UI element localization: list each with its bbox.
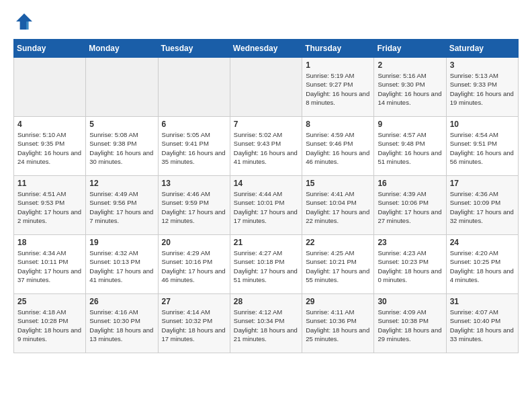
calendar-cell: 16Sunrise: 4:39 AM Sunset: 10:06 PM Dayl…: [374, 176, 446, 235]
day-number: 27: [162, 297, 226, 306]
calendar-cell: [86, 58, 158, 117]
calendar-cell: 29Sunrise: 4:11 AM Sunset: 10:36 PM Dayl…: [302, 294, 374, 353]
page-header: [13, 11, 519, 32]
header-wednesday: Wednesday: [230, 40, 302, 58]
calendar-cell: 11Sunrise: 4:51 AM Sunset: 9:53 PM Dayli…: [14, 176, 86, 235]
calendar-cell: 15Sunrise: 4:41 AM Sunset: 10:04 PM Dayl…: [302, 176, 374, 235]
svg-marker-0: [16, 13, 32, 30]
day-info: Sunrise: 5:10 AM Sunset: 9:35 PM Dayligh…: [17, 130, 82, 166]
calendar-table: SundayMondayTuesdayWednesdayThursdayFrid…: [13, 39, 519, 353]
day-number: 18: [17, 238, 82, 247]
calendar-cell: 10Sunrise: 4:54 AM Sunset: 9:51 PM Dayli…: [446, 117, 518, 176]
day-info: Sunrise: 4:34 AM Sunset: 10:11 PM Daylig…: [17, 248, 82, 284]
day-number: 22: [306, 238, 370, 247]
day-number: 10: [450, 120, 515, 129]
day-number: 9: [378, 120, 442, 129]
header-saturday: Saturday: [446, 40, 518, 58]
day-info: Sunrise: 4:29 AM Sunset: 10:16 PM Daylig…: [162, 248, 226, 284]
day-info: Sunrise: 4:57 AM Sunset: 9:48 PM Dayligh…: [378, 130, 442, 166]
day-info: Sunrise: 4:39 AM Sunset: 10:06 PM Daylig…: [378, 189, 442, 225]
calendar-cell: 17Sunrise: 4:36 AM Sunset: 10:09 PM Dayl…: [446, 176, 518, 235]
calendar-cell: 9Sunrise: 4:57 AM Sunset: 9:48 PM Daylig…: [374, 117, 446, 176]
calendar-cell: 25Sunrise: 4:18 AM Sunset: 10:28 PM Dayl…: [14, 294, 86, 353]
day-number: 8: [306, 120, 370, 129]
header-friday: Friday: [374, 40, 446, 58]
day-info: Sunrise: 5:08 AM Sunset: 9:38 PM Dayligh…: [89, 130, 154, 166]
calendar-cell: 3Sunrise: 5:13 AM Sunset: 9:33 PM Daylig…: [446, 58, 518, 117]
calendar-cell: 28Sunrise: 4:12 AM Sunset: 10:34 PM Dayl…: [230, 294, 302, 353]
day-number: 2: [378, 60, 442, 70]
calendar-week-2: 4Sunrise: 5:10 AM Sunset: 9:35 PM Daylig…: [14, 117, 519, 176]
day-number: 24: [450, 238, 515, 247]
calendar-cell: 4Sunrise: 5:10 AM Sunset: 9:35 PM Daylig…: [14, 117, 86, 176]
day-number: 6: [162, 120, 226, 129]
day-number: 25: [17, 297, 82, 306]
day-info: Sunrise: 4:46 AM Sunset: 9:59 PM Dayligh…: [162, 189, 226, 225]
header-thursday: Thursday: [302, 40, 374, 58]
day-info: Sunrise: 4:23 AM Sunset: 10:23 PM Daylig…: [378, 248, 442, 284]
day-info: Sunrise: 5:02 AM Sunset: 9:43 PM Dayligh…: [234, 130, 298, 166]
day-info: Sunrise: 4:44 AM Sunset: 10:01 PM Daylig…: [234, 189, 298, 225]
calendar-cell: [230, 58, 302, 117]
calendar-week-3: 11Sunrise: 4:51 AM Sunset: 9:53 PM Dayli…: [14, 176, 519, 235]
day-number: 17: [450, 179, 515, 188]
calendar-week-1: 1Sunrise: 5:19 AM Sunset: 9:27 PM Daylig…: [14, 58, 519, 117]
day-number: 31: [450, 297, 515, 306]
day-number: 14: [234, 179, 298, 188]
calendar-cell: 5Sunrise: 5:08 AM Sunset: 9:38 PM Daylig…: [86, 117, 158, 176]
day-number: 26: [89, 297, 154, 306]
day-number: 11: [17, 179, 82, 188]
day-info: Sunrise: 4:18 AM Sunset: 10:28 PM Daylig…: [17, 308, 82, 343]
day-info: Sunrise: 4:36 AM Sunset: 10:09 PM Daylig…: [450, 189, 515, 225]
calendar-cell: 21Sunrise: 4:27 AM Sunset: 10:18 PM Dayl…: [230, 235, 302, 294]
day-info: Sunrise: 4:09 AM Sunset: 10:38 PM Daylig…: [378, 308, 442, 343]
day-info: Sunrise: 4:32 AM Sunset: 10:13 PM Daylig…: [89, 248, 154, 284]
day-number: 3: [450, 60, 515, 70]
calendar-cell: 6Sunrise: 5:05 AM Sunset: 9:41 PM Daylig…: [158, 117, 230, 176]
calendar-cell: 12Sunrise: 4:49 AM Sunset: 9:56 PM Dayli…: [86, 176, 158, 235]
calendar-week-4: 18Sunrise: 4:34 AM Sunset: 10:11 PM Dayl…: [14, 235, 519, 294]
day-number: 23: [378, 238, 442, 247]
day-info: Sunrise: 5:13 AM Sunset: 9:33 PM Dayligh…: [450, 71, 515, 107]
calendar-header-row: SundayMondayTuesdayWednesdayThursdayFrid…: [14, 40, 519, 58]
day-number: 16: [378, 179, 442, 188]
calendar-cell: 19Sunrise: 4:32 AM Sunset: 10:13 PM Dayl…: [86, 235, 158, 294]
day-number: 28: [234, 297, 298, 306]
calendar-cell: [14, 58, 86, 117]
day-number: 20: [162, 238, 226, 247]
header-monday: Monday: [86, 40, 158, 58]
calendar-week-5: 25Sunrise: 4:18 AM Sunset: 10:28 PM Dayl…: [14, 294, 519, 353]
header-sunday: Sunday: [14, 40, 86, 58]
day-number: 5: [89, 120, 154, 129]
calendar-cell: 13Sunrise: 4:46 AM Sunset: 9:59 PM Dayli…: [158, 176, 230, 235]
calendar-cell: 27Sunrise: 4:14 AM Sunset: 10:32 PM Dayl…: [158, 294, 230, 353]
calendar-cell: 18Sunrise: 4:34 AM Sunset: 10:11 PM Dayl…: [14, 235, 86, 294]
day-info: Sunrise: 4:49 AM Sunset: 9:56 PM Dayligh…: [89, 189, 154, 225]
calendar-cell: 22Sunrise: 4:25 AM Sunset: 10:21 PM Dayl…: [302, 235, 374, 294]
day-info: Sunrise: 4:07 AM Sunset: 10:40 PM Daylig…: [450, 308, 515, 343]
day-info: Sunrise: 4:12 AM Sunset: 10:34 PM Daylig…: [234, 308, 298, 343]
day-info: Sunrise: 4:16 AM Sunset: 10:30 PM Daylig…: [89, 308, 154, 343]
day-info: Sunrise: 4:25 AM Sunset: 10:21 PM Daylig…: [306, 248, 370, 284]
day-number: 13: [162, 179, 226, 188]
calendar-cell: 2Sunrise: 5:16 AM Sunset: 9:30 PM Daylig…: [374, 58, 446, 117]
calendar-cell: 23Sunrise: 4:23 AM Sunset: 10:23 PM Dayl…: [374, 235, 446, 294]
day-number: 15: [306, 179, 370, 188]
day-number: 21: [234, 238, 298, 247]
day-info: Sunrise: 4:11 AM Sunset: 10:36 PM Daylig…: [306, 308, 370, 343]
logo-icon: [13, 11, 35, 32]
day-number: 1: [306, 60, 370, 70]
day-number: 12: [89, 179, 154, 188]
day-info: Sunrise: 5:19 AM Sunset: 9:27 PM Dayligh…: [306, 71, 370, 107]
calendar-cell: 14Sunrise: 4:44 AM Sunset: 10:01 PM Dayl…: [230, 176, 302, 235]
day-info: Sunrise: 4:41 AM Sunset: 10:04 PM Daylig…: [306, 189, 370, 225]
day-info: Sunrise: 4:27 AM Sunset: 10:18 PM Daylig…: [234, 248, 298, 284]
calendar-cell: 26Sunrise: 4:16 AM Sunset: 10:30 PM Dayl…: [86, 294, 158, 353]
calendar-cell: 8Sunrise: 4:59 AM Sunset: 9:46 PM Daylig…: [302, 117, 374, 176]
day-number: 4: [17, 120, 82, 129]
logo: [13, 11, 38, 32]
calendar-cell: 24Sunrise: 4:20 AM Sunset: 10:25 PM Dayl…: [446, 235, 518, 294]
header-tuesday: Tuesday: [158, 40, 230, 58]
calendar-cell: 20Sunrise: 4:29 AM Sunset: 10:16 PM Dayl…: [158, 235, 230, 294]
calendar-cell: 31Sunrise: 4:07 AM Sunset: 10:40 PM Dayl…: [446, 294, 518, 353]
